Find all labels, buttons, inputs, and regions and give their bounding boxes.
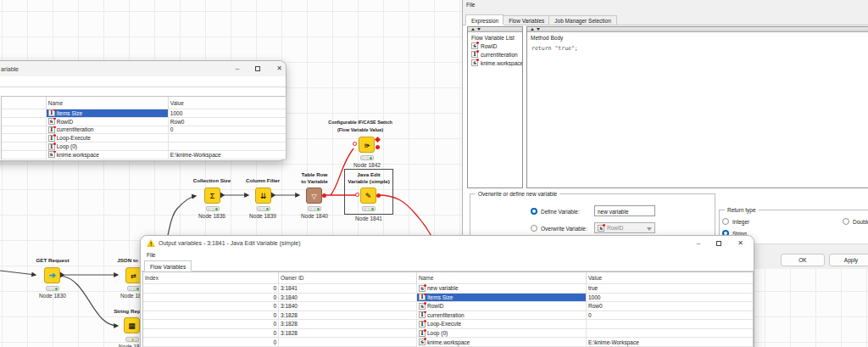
tab-expression[interactable]: Expression bbox=[465, 14, 504, 25]
java-edit-variable-icon: ✎ bbox=[365, 192, 372, 200]
overwrite-variable-radio[interactable] bbox=[531, 225, 537, 232]
dialog-menubar bbox=[0, 76, 286, 87]
col-header-owner[interactable]: Owner ID bbox=[279, 272, 417, 283]
java-edit-variable-config-dialog: File Expression Flow Variables Job Manag… bbox=[462, 0, 868, 269]
node-status-light bbox=[46, 286, 59, 291]
table-row[interactable]: 0 3:1841 snew variable true bbox=[143, 284, 753, 294]
node-status-light bbox=[360, 155, 374, 160]
menu-file[interactable]: File bbox=[147, 252, 155, 258]
node-status-light bbox=[308, 206, 321, 211]
variable-type-icon: I bbox=[419, 321, 426, 327]
node-status-light bbox=[206, 206, 220, 211]
variable-type-icon: I bbox=[471, 51, 478, 58]
method-body-panel: Method Body return "true"; bbox=[526, 26, 868, 188]
close-button[interactable]: ✕ bbox=[737, 240, 743, 247]
node-label: Java Edit Variable (simple) bbox=[336, 172, 402, 185]
menu-file[interactable]: File bbox=[466, 2, 475, 8]
col-header-name[interactable]: Name bbox=[47, 97, 169, 109]
table-row[interactable]: sRowID Row0 bbox=[2, 118, 286, 126]
overwrite-variable-label: Overwrite Variable: bbox=[541, 226, 587, 232]
tab-flow-variables[interactable]: Flow Variables bbox=[503, 15, 550, 25]
flow-variable-out-port bbox=[376, 193, 381, 198]
table-row[interactable]: sknime.workspace E:\knime-Workspace bbox=[2, 151, 286, 160]
flow-variable-out-port bbox=[322, 193, 326, 198]
apply-button[interactable]: Apply bbox=[829, 254, 868, 266]
flow-variable-in-port bbox=[353, 142, 357, 146]
col-header-value[interactable]: Value bbox=[169, 97, 286, 109]
maximize-button[interactable] bbox=[255, 66, 260, 71]
table-row[interactable]: 0 3:1840 IItems Size 1000 bbox=[143, 294, 753, 303]
variable-type-icon: s bbox=[471, 59, 478, 66]
tab-bar: Expression Flow Variables Job Manager Se… bbox=[463, 14, 868, 25]
col-header-value[interactable]: Value bbox=[587, 272, 753, 283]
if-case-switch-icon: ⋔ bbox=[359, 143, 374, 149]
method-body-title: Method Body bbox=[527, 32, 868, 41]
node-status-light bbox=[362, 206, 376, 211]
minimize-button[interactable]: – bbox=[697, 240, 700, 247]
chevron-down-icon bbox=[647, 227, 652, 231]
define-variable-radio[interactable] bbox=[531, 208, 537, 215]
double-label: Double bbox=[853, 219, 868, 225]
tab-job-manager-selection[interactable]: Job Manager Selection bbox=[548, 15, 617, 25]
json-to-xml-icon: ⇄ bbox=[131, 272, 136, 280]
integer-label: Integer bbox=[732, 219, 749, 225]
flow-variable-item[interactable]: sRowID bbox=[468, 41, 522, 49]
variable-type-icon: I bbox=[419, 294, 426, 300]
table-row[interactable]: ILoop (0) bbox=[2, 143, 286, 151]
flow-variable-list-title: Flow Variable List bbox=[468, 32, 522, 41]
menu-bar: File bbox=[463, 0, 868, 10]
overwrite-variable-row: Overwrite Variable: bbox=[531, 225, 587, 232]
integer-radio[interactable] bbox=[722, 218, 729, 225]
panel-collapse-handle[interactable] bbox=[468, 27, 522, 32]
table-row[interactable]: 0 3:1828 IcurrentIteration 0 bbox=[143, 311, 753, 321]
maximize-button[interactable] bbox=[716, 241, 721, 246]
flow-variable-list-panel: Flow Variable List sRowID IcurrentIterat… bbox=[467, 26, 523, 188]
table-row[interactable]: 0 3:1840 sRowID Row0 bbox=[143, 302, 753, 311]
node-label: GET Request bbox=[19, 258, 86, 264]
collection-size-icon: Σ bbox=[210, 192, 215, 200]
panel-collapse-handle[interactable] bbox=[527, 27, 868, 32]
variable-type-icon: s bbox=[419, 339, 426, 345]
variable-type-icon: s bbox=[471, 42, 478, 49]
variable-type-icon: s bbox=[48, 151, 55, 158]
flow-variable-item[interactable]: IcurrentIteration bbox=[468, 49, 522, 58]
return-type-double: Double bbox=[843, 218, 868, 225]
method-body-editor[interactable]: return "true"; bbox=[527, 41, 868, 52]
col-header-index[interactable]: Index bbox=[143, 272, 279, 283]
string-replace-icon: ▦ bbox=[128, 322, 136, 330]
table-row[interactable]: 0 3:1828 ILoop-Execute bbox=[143, 320, 753, 329]
variable-type-icon: I bbox=[419, 330, 426, 337]
col-header-empty bbox=[2, 97, 47, 109]
overwrite-variable-dropdown[interactable]: s RowID bbox=[594, 222, 655, 233]
variable-type-icon: I bbox=[48, 143, 55, 150]
get-request-icon: ➜ bbox=[48, 271, 55, 280]
tab-flow-variables[interactable]: Flow Variables bbox=[144, 260, 192, 271]
table-row[interactable]: IcurrentIteration 0 bbox=[2, 126, 286, 135]
dialog-titlebar[interactable]: Output variables - 3:1841 - Java Edit Va… bbox=[141, 236, 754, 250]
col-header-name[interactable]: Name bbox=[417, 272, 587, 283]
table-row[interactable]: 0 3:1828 ILoop (0) bbox=[143, 329, 753, 339]
define-variable-input[interactable]: new variable bbox=[594, 205, 655, 216]
node-number: Node 1842 bbox=[333, 162, 401, 168]
flow-variable-item[interactable]: sknime.workspace bbox=[468, 58, 522, 66]
table-row[interactable]: ILoop-Execute bbox=[2, 134, 286, 143]
group-title: Return type bbox=[725, 207, 759, 213]
node-number: Node 1830 bbox=[10, 293, 95, 299]
table-row-to-variable-icon: ▽ bbox=[311, 193, 316, 200]
minimize-button[interactable]: – bbox=[236, 65, 239, 72]
flow-variable-in-port bbox=[355, 193, 359, 197]
double-radio[interactable] bbox=[843, 218, 849, 225]
variable-type-icon: I bbox=[48, 109, 55, 116]
column-filter-icon: ⇊ bbox=[260, 192, 267, 200]
group-title: Overwrite or define new variable bbox=[476, 191, 559, 197]
return-type-integer: Integer bbox=[722, 218, 749, 225]
table-row[interactable]: IItems Size 1000 bbox=[2, 109, 286, 118]
close-button[interactable]: ✕ bbox=[276, 65, 282, 72]
dialog-titlebar[interactable]: ariable – ✕ bbox=[0, 61, 286, 76]
variable-type-icon: s bbox=[419, 285, 426, 292]
table-row[interactable]: 0 sknime.workspace E:\knime-Workspace bbox=[143, 338, 753, 347]
variable-type-icon: I bbox=[48, 135, 55, 142]
ok-button[interactable]: OK bbox=[781, 254, 825, 266]
variable-type-icon: I bbox=[48, 126, 55, 133]
warning-icon bbox=[147, 239, 155, 247]
